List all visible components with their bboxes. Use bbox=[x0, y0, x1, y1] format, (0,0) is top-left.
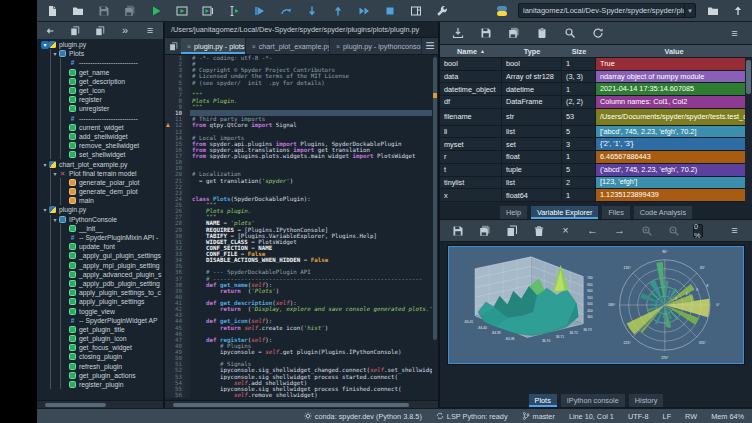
tab-variable-explorer[interactable]: Variable Explorer bbox=[530, 205, 599, 219]
cell-value[interactable]: [123, 'efgh'] bbox=[596, 177, 752, 189]
tab-code-analysis[interactable]: Code Analysis bbox=[633, 205, 693, 219]
close-tab-icon[interactable]: × bbox=[187, 43, 191, 50]
cell-value[interactable]: 1.1235123899439 bbox=[596, 189, 752, 201]
duplicate-icon[interactable] bbox=[93, 24, 107, 38]
chevrons-icon[interactable]: » bbox=[118, 24, 132, 38]
tab-history[interactable]: History bbox=[628, 393, 665, 407]
zoom-out-icon[interactable] bbox=[666, 223, 681, 238]
editor-tab[interactable]: ×plugin.py - plots bbox=[181, 38, 246, 54]
tree-item[interactable]: ▾plugin.py bbox=[37, 205, 163, 214]
tree-item[interactable]: ▾Plots bbox=[37, 49, 163, 58]
editor-tab[interactable]: ×plugin.py - ipythonconsole bbox=[330, 38, 422, 54]
paste-data-icon[interactable] bbox=[534, 26, 549, 41]
preferences-icon[interactable] bbox=[433, 2, 450, 19]
table-row[interactable]: filenamestr53/Users/Documents/spyder/spy… bbox=[440, 109, 752, 126]
tree-item[interactable]: get_name bbox=[37, 68, 163, 77]
tree-item[interactable]: ▾plugin.py bbox=[37, 40, 163, 49]
run-cell-icon[interactable] bbox=[173, 2, 190, 19]
tree-item[interactable]: apply_plugin_settings_to_c bbox=[37, 288, 163, 297]
table-row[interactable]: dfDataFrame(2, 2)Column names: Col1, Col… bbox=[440, 96, 752, 109]
tree-item[interactable]: add_shellwidget bbox=[37, 132, 163, 141]
tree-item[interactable]: main bbox=[37, 196, 163, 205]
table-row[interactable]: tinylistlist2[123, 'efgh'] bbox=[440, 177, 752, 190]
tree-item[interactable]: #-- SpyderPluginMixin API - bbox=[37, 233, 163, 242]
matplotlib-figure[interactable]: 700650600550500450400-84.41-84.40-84.39-… bbox=[448, 246, 744, 364]
status-item[interactable]: master bbox=[522, 412, 555, 421]
tree-item[interactable]: apply_plugin_settings bbox=[37, 297, 163, 306]
tree-item[interactable]: remove_shellwidget bbox=[37, 141, 163, 150]
table-row[interactable]: boolbool1True bbox=[440, 58, 752, 71]
cell-value[interactable]: /Users/Documents/spyder/spyder/tests.tes… bbox=[596, 109, 752, 125]
maximize-pane-icon[interactable] bbox=[407, 2, 424, 19]
tree-item[interactable]: get_plugin_actions bbox=[37, 371, 163, 380]
tab-plots[interactable]: Plots bbox=[528, 393, 558, 407]
status-item[interactable]: RW bbox=[685, 412, 697, 421]
new-file-icon[interactable] bbox=[43, 2, 60, 19]
cell-value[interactable]: True bbox=[596, 58, 752, 70]
column-header-size[interactable]: Size bbox=[562, 45, 596, 57]
debug-continue-icon[interactable] bbox=[355, 2, 372, 19]
variable-explorer-options-icon[interactable]: ≡ bbox=[727, 26, 742, 41]
expand-chevron-icon[interactable]: ▾ bbox=[51, 170, 59, 177]
open-file-icon[interactable] bbox=[69, 2, 86, 19]
cell-value[interactable]: ['abcd', 745, 2.23, 'efgh', 70.2] bbox=[596, 126, 752, 138]
table-row[interactable]: ttuple5('abcd', 745, 2.23, 'efgh', 70.2) bbox=[440, 164, 752, 177]
save-all-icon[interactable] bbox=[121, 2, 138, 19]
tree-item[interactable]: toggle_view bbox=[37, 306, 163, 315]
editor-vscrollbar[interactable] bbox=[432, 55, 438, 400]
browse-tabs-icon[interactable] bbox=[165, 38, 181, 54]
table-row[interactable]: mysetset3{'2', '1', '3'} bbox=[440, 138, 752, 151]
save-data-as-icon[interactable] bbox=[506, 26, 521, 41]
expand-chevron-icon[interactable]: ▾ bbox=[41, 41, 49, 49]
status-item[interactable]: conda: spyder.dev (Python 3.8.5) bbox=[304, 412, 422, 421]
parent-directory-button[interactable] bbox=[729, 2, 746, 19]
stop-debug-icon[interactable] bbox=[381, 2, 398, 19]
working-directory-combobox[interactable]: ianitagomez/Local/Dev-Spyder/spyder/spyd… bbox=[518, 3, 696, 18]
tree-item[interactable]: _apply_pdb_plugin_setting bbox=[37, 279, 163, 288]
tree-item[interactable]: get_plugin_icon bbox=[37, 334, 163, 343]
save-data-icon[interactable] bbox=[478, 26, 493, 41]
remove-plot-icon[interactable] bbox=[531, 223, 546, 238]
status-item[interactable]: Line 10, Col 1 bbox=[569, 412, 614, 421]
zoom-in-icon[interactable] bbox=[639, 223, 654, 238]
code-line[interactable]: 56 self.remove_shellwidget) bbox=[165, 392, 438, 398]
tree-item[interactable]: ▾chart_plot_example.py bbox=[37, 159, 163, 168]
tree-item[interactable]: #-------------------------- bbox=[37, 114, 163, 123]
code-editor[interactable]: 1# -*- coding: utf-8 -*-2#3# Copyright ©… bbox=[165, 55, 438, 400]
close-tab-icon[interactable]: × bbox=[336, 43, 340, 50]
tree-item[interactable]: get_plugin_title bbox=[37, 325, 163, 334]
tree-item[interactable]: _apply_advanced_plugin_s bbox=[37, 270, 163, 279]
tree-item[interactable]: current_widget bbox=[37, 123, 163, 132]
tree-item[interactable]: #-- SpyderPluginWidget AP bbox=[37, 316, 163, 325]
status-item[interactable]: LSP Python: ready bbox=[436, 412, 508, 421]
tree-item[interactable]: set_shellwidget bbox=[37, 150, 163, 159]
tree-item[interactable]: _apply_mpl_plugin_setting bbox=[37, 261, 163, 270]
save-all-plots-icon[interactable] bbox=[477, 223, 492, 238]
editor-hscrollbar[interactable] bbox=[165, 400, 438, 408]
expand-chevron-icon[interactable]: ▾ bbox=[41, 161, 49, 168]
status-item[interactable]: UTF-8 bbox=[628, 412, 649, 421]
close-tab-icon[interactable]: × bbox=[252, 43, 256, 50]
options-menu-icon[interactable]: ≡ bbox=[143, 24, 157, 38]
expand-chevron-icon[interactable]: ▾ bbox=[51, 50, 59, 57]
step-over-icon[interactable] bbox=[277, 2, 294, 19]
tab-ipython-console[interactable]: IPython console bbox=[560, 393, 626, 407]
tree-item[interactable]: update_font bbox=[37, 242, 163, 251]
tree-item[interactable]: get_icon bbox=[37, 86, 163, 95]
import-data-icon[interactable] bbox=[450, 26, 465, 41]
editor-options-icon[interactable]: ≡ bbox=[422, 38, 438, 54]
next-plot-icon[interactable]: → bbox=[612, 223, 627, 238]
tree-item[interactable]: register bbox=[37, 95, 163, 104]
step-into-icon[interactable] bbox=[303, 2, 320, 19]
tree-item[interactable]: refresh_plugin bbox=[37, 362, 163, 371]
table-row[interactable]: rfloat16.46567886443 bbox=[440, 151, 752, 164]
table-vscrollbar[interactable] bbox=[745, 58, 752, 204]
chevron-down-icon[interactable]: ▾ bbox=[684, 4, 695, 17]
status-item[interactable]: Mem 64% bbox=[711, 412, 744, 421]
tree-item[interactable]: get_description bbox=[37, 77, 163, 86]
copy-icon[interactable] bbox=[68, 24, 82, 38]
expand-chevron-icon[interactable]: ▾ bbox=[41, 206, 49, 213]
cell-value[interactable]: 6.46567886443 bbox=[596, 151, 752, 163]
run-selection-icon[interactable] bbox=[225, 2, 242, 19]
cell-value[interactable]: ndarray object of numpy module bbox=[596, 71, 752, 83]
